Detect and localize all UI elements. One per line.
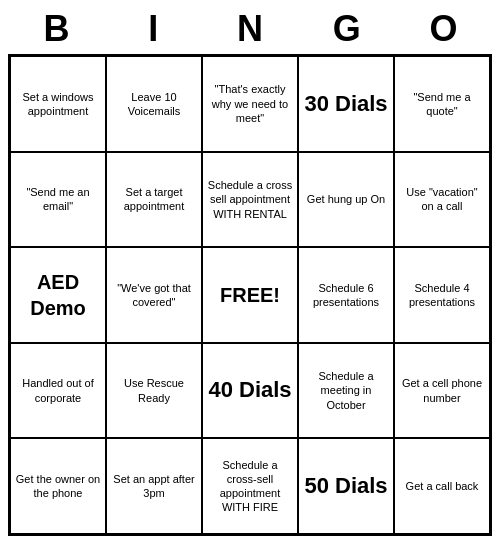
bingo-cell[interactable]: Get a cell phone number	[394, 343, 490, 439]
bingo-cell[interactable]: Schedule a cross-sell appointment WITH F…	[202, 438, 298, 534]
bingo-cell[interactable]: Schedule a cross sell appointment WITH R…	[202, 152, 298, 248]
bingo-letter: O	[400, 8, 487, 50]
bingo-cell[interactable]: Use Rescue Ready	[106, 343, 202, 439]
bingo-cell[interactable]: 50 Dials	[298, 438, 394, 534]
bingo-letter: I	[110, 8, 197, 50]
bingo-cell[interactable]: Set a target appointment	[106, 152, 202, 248]
bingo-cell[interactable]: Set an appt after 3pm	[106, 438, 202, 534]
bingo-cell[interactable]: Leave 10 Voicemails	[106, 56, 202, 152]
bingo-cell[interactable]: "Send me an email"	[10, 152, 106, 248]
bingo-cell[interactable]: "We've got that covered"	[106, 247, 202, 343]
bingo-cell[interactable]: 30 Dials	[298, 56, 394, 152]
bingo-cell[interactable]: Schedule 4 presentations	[394, 247, 490, 343]
bingo-cell[interactable]: Get hung up On	[298, 152, 394, 248]
bingo-cell[interactable]: Schedule 6 presentations	[298, 247, 394, 343]
bingo-letter: N	[206, 8, 293, 50]
bingo-cell[interactable]: AED Demo	[10, 247, 106, 343]
bingo-cell[interactable]: 40 Dials	[202, 343, 298, 439]
bingo-letter: G	[303, 8, 390, 50]
bingo-letter: B	[13, 8, 100, 50]
bingo-cell[interactable]: Set a windows appointment	[10, 56, 106, 152]
bingo-cell[interactable]: Schedule a meeting in October	[298, 343, 394, 439]
bingo-cell[interactable]: Handled out of corporate	[10, 343, 106, 439]
bingo-cell[interactable]: Use "vacation" on a call	[394, 152, 490, 248]
bingo-cell[interactable]: Get a call back	[394, 438, 490, 534]
bingo-cell[interactable]: Get the owner on the phone	[10, 438, 106, 534]
bingo-title: BINGO	[8, 8, 492, 50]
bingo-grid: Set a windows appointmentLeave 10 Voicem…	[8, 54, 492, 536]
bingo-cell[interactable]: FREE!	[202, 247, 298, 343]
bingo-cell[interactable]: "That's exactly why we need to meet"	[202, 56, 298, 152]
bingo-cell[interactable]: "Send me a quote"	[394, 56, 490, 152]
